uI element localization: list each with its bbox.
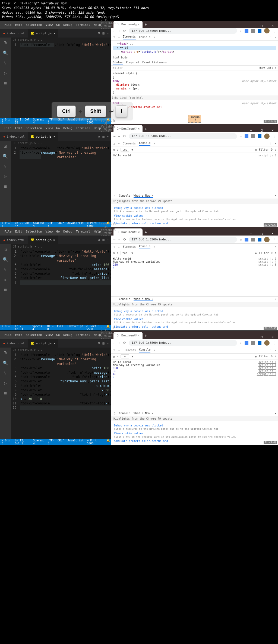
notifications-icon[interactable]: 🔔 (106, 439, 110, 445)
minimize-button[interactable]: — (116, 126, 124, 130)
split-icon[interactable]: ▥ (103, 238, 105, 242)
menu-view[interactable]: View (46, 23, 53, 27)
menu-terminal[interactable]: Terminal (76, 126, 90, 130)
url-bar[interactable]: 127.0.0.1:5500/inde... (129, 133, 237, 139)
menu-edit[interactable]: Edit (15, 126, 23, 130)
new-tab-button[interactable]: + (145, 127, 147, 131)
problems-status[interactable]: ⊘ 0 ⚠ 0 (2, 118, 12, 124)
menu-terminal[interactable]: Terminal (76, 23, 90, 27)
new-tab-button[interactable]: + (145, 22, 147, 27)
close-button[interactable]: ✕ (267, 231, 278, 236)
menu-go[interactable]: Go (56, 333, 60, 337)
compare-icon[interactable]: ⊞ (98, 31, 100, 35)
inspect-icon[interactable]: ⬚ (113, 245, 115, 248)
more-tabs-icon[interactable]: » (154, 36, 155, 39)
filter-input[interactable]: Filter (113, 66, 258, 69)
console-message[interactable]: 100script.js:5 (113, 263, 276, 266)
eol-status[interactable]: CRLF (58, 439, 64, 445)
tab-index-html[interactable]: ◆index.html (0, 29, 28, 38)
source-link[interactable]: script.js:5 (258, 263, 276, 266)
minimize-button[interactable]: — (116, 333, 124, 337)
menu-selection[interactable]: Selection (26, 23, 42, 27)
extension-icon[interactable] (251, 29, 255, 33)
search-icon[interactable]: 🔍 (3, 360, 8, 366)
extension-icon[interactable] (245, 29, 248, 33)
problems-status[interactable]: ⊘ 0 ⚠ 0 (2, 325, 12, 331)
menu-edit[interactable]: Edit (15, 333, 23, 337)
close-button[interactable]: ✕ (132, 23, 140, 27)
minimize-button[interactable]: — (245, 24, 256, 28)
settings-icon[interactable]: ⚙ (275, 355, 276, 358)
devtools-tab-elements[interactable]: Elements (123, 349, 136, 352)
console-message[interactable]: Hello Worldscript.js:1 (113, 154, 276, 157)
sidebar-toggle-icon[interactable]: ▤ (113, 252, 115, 255)
extension-icon[interactable] (245, 134, 248, 138)
inspect-icon[interactable]: ⬚ (113, 349, 115, 352)
menu-view[interactable]: View (46, 333, 53, 337)
explorer-icon[interactable]: 🗎 (3, 247, 8, 252)
filter-input[interactable]: Filter (259, 355, 269, 358)
menu-icon[interactable]: ⋮ (272, 29, 276, 33)
compare-icon[interactable]: ⊞ (98, 135, 100, 138)
news-heading[interactable]: Simulate prefers-color-scheme and (114, 222, 275, 225)
explorer-icon[interactable]: 🗎 (3, 350, 8, 355)
filter-input[interactable]: Filter (259, 148, 269, 151)
console-message[interactable]: 30script.js:9 (113, 370, 276, 373)
source-link[interactable]: script.js:11 (257, 373, 276, 376)
code-line[interactable]: 8"tok-k">let x = 30; (11, 388, 111, 392)
debug-icon[interactable]: ▷ (4, 174, 7, 179)
more-tabs-icon[interactable]: » (154, 245, 155, 248)
dom-breadcrumb[interactable]: html body (111, 55, 278, 60)
explorer-icon[interactable]: 🗎 (3, 40, 8, 45)
extension-icon[interactable] (258, 238, 261, 242)
extension-icon[interactable] (251, 238, 255, 242)
devtools-tab-console[interactable]: Console (139, 36, 150, 39)
search-icon[interactable]: 🔍 (3, 154, 8, 159)
menu-help[interactable]: Help (94, 333, 101, 337)
clear-console-icon[interactable]: ⊘ (117, 252, 118, 255)
more-icon[interactable]: ⋯ (107, 238, 109, 242)
elements-panel[interactable]: ▸<head>... ▾ == $0 <script src="script.j… (111, 41, 278, 55)
editor-area[interactable]: JS script.js > ... 1"tok-i">console."tok… (11, 244, 111, 325)
more-icon[interactable]: ⋯ (107, 135, 109, 138)
source-link[interactable]: script.js:5 (258, 367, 276, 370)
eye-icon[interactable]: ◉ (255, 252, 257, 255)
profile-avatar[interactable] (264, 28, 270, 33)
star-icon[interactable]: ☆ (240, 29, 242, 33)
split-icon[interactable]: ▥ (103, 135, 105, 138)
news-heading[interactable]: View cookie values (114, 214, 275, 217)
debug-icon[interactable]: ▷ (4, 70, 7, 76)
debug-icon[interactable]: ▷ (4, 380, 7, 386)
extension-icon[interactable] (258, 29, 261, 33)
reload-button[interactable]: ⟳ (123, 237, 126, 242)
code-line[interactable]: 3"tok-k">let price = 100; (11, 263, 111, 267)
compare-icon[interactable]: ⊞ (98, 341, 100, 345)
more-tabs-icon[interactable]: » (154, 349, 155, 352)
code-line[interactable]: 6"tok-k">let firstName, num1, price_list… (11, 379, 111, 383)
maximize-button[interactable]: ▢ (124, 229, 132, 234)
devtools-tab-console[interactable]: Console (139, 245, 150, 249)
code-line[interactable]: 6"tok-k">let firstName, num1, price_list… (11, 276, 111, 280)
menu-go[interactable]: Go (56, 126, 60, 130)
console-prompt[interactable]: › (113, 376, 115, 379)
reload-button[interactable]: ⟳ (123, 29, 126, 33)
maximize-button[interactable]: ▢ (256, 24, 267, 28)
levels-selector[interactable]: D (271, 148, 273, 151)
source-link[interactable]: script.js:1 (258, 154, 276, 157)
close-button[interactable]: ✕ (132, 229, 140, 234)
drawer-close-icon[interactable]: × (275, 194, 276, 198)
profile-avatar[interactable] (264, 340, 270, 346)
news-heading[interactable]: Debug why a cookie was blocked (114, 206, 275, 209)
code-line[interactable]: 5"tok-i">console."tok-fn">log(price); (11, 271, 111, 276)
extension-icon[interactable] (251, 134, 255, 138)
problems-status[interactable]: ⊘ 0 ⚠ 0 (2, 439, 12, 445)
drawer-tab[interactable]: Console (119, 412, 130, 415)
devtools-menu-icon[interactable]: ⋮ (269, 245, 271, 248)
breadcrumb[interactable]: JS script.js > ... (11, 348, 111, 352)
box-model[interactable]: margin 8 (111, 114, 278, 124)
menu-file[interactable]: File (4, 230, 12, 233)
star-icon[interactable]: ☆ (240, 237, 242, 242)
maximize-button[interactable]: ▢ (124, 23, 132, 27)
drawer-toggle-icon[interactable]: ⋮ (113, 194, 116, 198)
liveserver-status[interactable]: ⊙ Port : 5500 (87, 439, 103, 445)
